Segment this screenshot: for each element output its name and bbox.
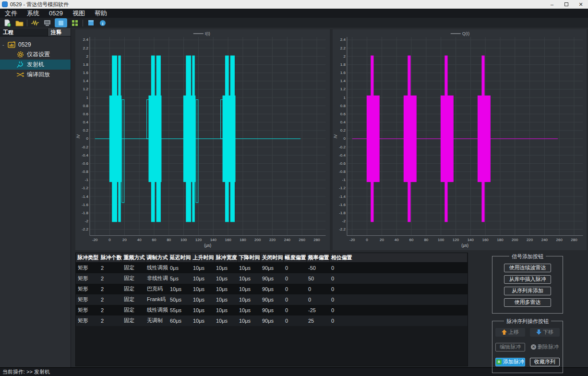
open-project-button[interactable] bbox=[15, 19, 24, 27]
signal-add-button-3[interactable]: 从序列库添加 bbox=[504, 287, 551, 295]
svg-text:2: 2 bbox=[343, 54, 346, 59]
add-pulse-button[interactable]: + 添加脉冲 bbox=[495, 358, 525, 366]
move-down-button[interactable]: 下移 bbox=[530, 328, 560, 337]
minimize-button[interactable]: – bbox=[545, 0, 559, 9]
new-file-button[interactable] bbox=[3, 19, 12, 27]
svg-text:-1.8: -1.8 bbox=[339, 211, 346, 215]
table-cell: 2 bbox=[99, 263, 122, 273]
table-header-cell: 调制方式 bbox=[145, 253, 168, 263]
single-view-button[interactable] bbox=[55, 18, 67, 27]
svg-text:-1.6: -1.6 bbox=[82, 203, 88, 207]
single-view-icon bbox=[58, 20, 64, 26]
new-file-icon bbox=[4, 19, 11, 27]
menu-item-2[interactable]: 系统 bbox=[22, 9, 44, 18]
tab-project[interactable]: 工程 bbox=[0, 28, 48, 36]
delete-pulse-button[interactable]: ✕ 删除脉冲 bbox=[530, 343, 560, 352]
table-row[interactable]: 矩形2固定巴克码10μs10μs10μs10μs90μs000 bbox=[76, 284, 468, 294]
tab-notes[interactable]: 注释 bbox=[48, 28, 71, 36]
waveform-button[interactable] bbox=[31, 19, 39, 27]
svg-text:160: 160 bbox=[225, 238, 231, 242]
table-cell: 线性调频 bbox=[145, 263, 168, 273]
move-up-button[interactable]: 上移 bbox=[495, 328, 525, 337]
close-button[interactable]: ✕ bbox=[574, 0, 588, 9]
table-cell: 5μs bbox=[168, 273, 191, 284]
tree-item-transmitter[interactable]: 发射机 bbox=[0, 60, 71, 70]
about-button[interactable]: i bbox=[98, 19, 107, 27]
svg-text:-1.8: -1.8 bbox=[82, 211, 88, 215]
svg-text:140: 140 bbox=[210, 238, 217, 242]
collapse-expander[interactable]: - bbox=[2, 42, 7, 48]
move-up-label: 上移 bbox=[508, 328, 519, 336]
tree-item-label: 发射机 bbox=[27, 61, 44, 69]
charts-row: -200204060801001201401601802002202402602… bbox=[75, 29, 587, 250]
svg-text:160: 160 bbox=[482, 238, 489, 242]
svg-text:0.2: 0.2 bbox=[340, 128, 346, 133]
table-cell: 10μs bbox=[191, 273, 214, 284]
svg-text:-2: -2 bbox=[342, 219, 346, 223]
table-row[interactable]: 矩形2固定非线性调频5μs10μs10μs10μs90μs0500 bbox=[76, 273, 468, 284]
menu-item-4[interactable]: 视图 bbox=[68, 9, 90, 18]
table-cell: 0 bbox=[283, 315, 306, 326]
table-cell: 矩形 bbox=[76, 273, 99, 284]
chart-i-panel: -200204060801001201401601802002202402602… bbox=[75, 29, 330, 250]
table-cell: 非线性调频 bbox=[145, 273, 168, 284]
table-cell: 巴克码 bbox=[145, 284, 168, 294]
table-row[interactable]: 矩形2固定线性调频0μs10μs10μs10μs90μs0-500 bbox=[76, 263, 468, 273]
table-row[interactable]: 矩形2固定无调制60μs10μs10μs10μs90μs0250 bbox=[76, 315, 468, 326]
svg-text:2.4: 2.4 bbox=[340, 37, 346, 42]
svg-text:(μs): (μs) bbox=[204, 243, 211, 248]
table-cell: -50 bbox=[306, 263, 329, 273]
svg-text:-2.2: -2.2 bbox=[82, 227, 88, 231]
content-area: -200204060801001201401601802002202402602… bbox=[71, 28, 588, 367]
download-device-button[interactable] bbox=[43, 19, 51, 27]
tree-root-0529[interactable]: - 0529 bbox=[0, 39, 71, 49]
table-header-cell: 下降时间 bbox=[237, 253, 260, 263]
svg-text:100: 100 bbox=[180, 238, 187, 242]
panel-icon bbox=[88, 20, 94, 26]
svg-text:220: 220 bbox=[269, 238, 276, 242]
table-cell: 10μs bbox=[168, 284, 191, 294]
table-header-cell: 脉冲宽度 bbox=[214, 253, 237, 263]
window-title: 0529 - 雷达信号模拟软件 bbox=[10, 1, 69, 8]
table-cell: 0μs bbox=[168, 263, 191, 273]
table-cell: 10μs bbox=[191, 294, 214, 305]
svg-text:240: 240 bbox=[541, 238, 548, 242]
menu-bar: 文件系统0529视图帮助 bbox=[0, 9, 588, 18]
menu-item-1[interactable]: 文件 bbox=[0, 9, 22, 18]
table-row[interactable]: 矩形2固定线性调频55μs10μs10μs10μs90μs0-250 bbox=[76, 305, 468, 315]
signal-add-button-4[interactable]: 使用多雷达 bbox=[504, 298, 551, 307]
gear-icon bbox=[16, 51, 24, 58]
svg-text:0.6: 0.6 bbox=[83, 112, 89, 116]
device-icon bbox=[43, 20, 51, 26]
sequence-ops-groupbox: 脉冲序列操作按钮 上移 下移 编辑脉冲 bbox=[492, 321, 563, 373]
svg-text:-2: -2 bbox=[85, 219, 89, 223]
maximize-button[interactable] bbox=[559, 0, 574, 9]
favorite-sequence-button[interactable]: 收藏序列 bbox=[530, 358, 560, 366]
table-cell: 矩形 bbox=[76, 305, 99, 315]
svg-text:-0.6: -0.6 bbox=[339, 161, 346, 166]
table-cell: 10μs bbox=[214, 263, 237, 273]
signal-add-button-2[interactable]: 从库中插入脉冲 bbox=[504, 275, 551, 284]
svg-text:0: 0 bbox=[343, 136, 346, 141]
table-cell: 10μs bbox=[237, 273, 260, 284]
tile-view-button[interactable] bbox=[71, 19, 79, 27]
signal-add-button-1[interactable]: 使用连续波雷达 bbox=[504, 264, 551, 272]
menu-item-3[interactable]: 0529 bbox=[44, 10, 68, 17]
tree-item-instrument-settings[interactable]: 仪器设置 bbox=[0, 49, 71, 60]
table-cell: 0 bbox=[329, 305, 468, 315]
tree-item-label: 仪器设置 bbox=[27, 50, 50, 59]
menu-item-5[interactable]: 帮助 bbox=[90, 9, 112, 18]
table-cell: 10μs bbox=[191, 263, 214, 273]
panel-button[interactable] bbox=[86, 19, 95, 27]
table-row[interactable]: 矩形2固定Frank码50μs10μs10μs10μs90μs000 bbox=[76, 294, 468, 305]
favorite-sequence-label: 收藏序列 bbox=[534, 358, 555, 365]
svg-text:1: 1 bbox=[86, 96, 89, 100]
tree-item-compile-playback[interactable]: 编译回放 bbox=[0, 70, 71, 80]
table-cell: 10μs bbox=[237, 263, 260, 273]
table-cell: 0 bbox=[306, 294, 329, 305]
table-cell: 10μs bbox=[237, 315, 260, 326]
svg-text:2: 2 bbox=[86, 54, 89, 59]
svg-text:-1.2: -1.2 bbox=[339, 186, 346, 190]
svg-text:0.4: 0.4 bbox=[83, 120, 89, 124]
edit-pulse-button[interactable]: 编辑脉冲 bbox=[495, 343, 525, 352]
